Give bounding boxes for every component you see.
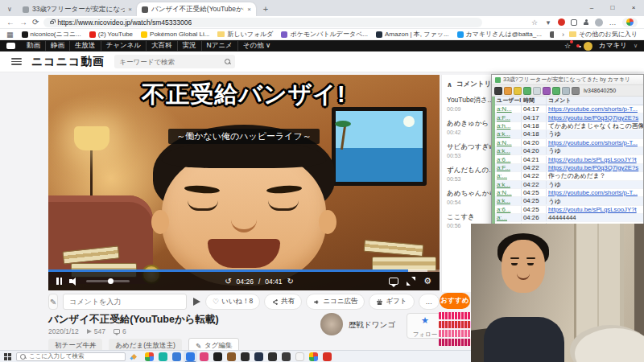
gear-icon[interactable]: ⚙: [423, 277, 431, 286]
comment-toggle-icon[interactable]: [389, 278, 398, 285]
comment-user-id[interactable]: a:...: [495, 214, 522, 221]
nicoad-button[interactable]: ニコニ広告: [306, 294, 365, 310]
volume-slider[interactable]: [86, 280, 130, 282]
theater-mode-icon[interactable]: [407, 277, 415, 286]
bookmark-item[interactable]: カマキリさんは@batta_...: [457, 30, 542, 39]
red-app[interactable]: [320, 351, 334, 362]
taskbar-search[interactable]: ここに入力して検索: [16, 352, 126, 361]
comment-user-id[interactable]: a:6...: [495, 156, 522, 163]
chevron-down-icon[interactable]: ∨: [634, 43, 638, 49]
video-player[interactable]: 不正受給バンザイ! ～働かない俺のハッピーライフ～ ↺ 04:26 / 04:4…: [48, 75, 440, 290]
comment-user-id[interactable]: a:F...: [495, 114, 522, 121]
extension-icon[interactable]: [558, 19, 565, 26]
comment-text[interactable]: https://youtu.be/sPLqsLsooJY?t: [547, 156, 643, 163]
pause-button[interactable]: [56, 278, 62, 285]
edge-browser[interactable]: [184, 351, 197, 362]
comment-list-item[interactable]: あめきゅから00:42: [447, 119, 493, 135]
comment-text[interactable]: https://youtu.be/sPLqsLsooJY?t: [547, 206, 643, 213]
user-name[interactable]: カマキリ: [599, 41, 627, 51]
connect-icon[interactable]: [494, 87, 502, 95]
nico-nav-item[interactable]: 静画: [45, 41, 69, 51]
hamburger-menu-icon[interactable]: [11, 58, 22, 65]
tab-close-icon[interactable]: ×: [247, 6, 251, 13]
like-button[interactable]: ♡いいね！8: [205, 294, 260, 310]
light-app[interactable]: [293, 351, 307, 362]
speaker-icon[interactable]: [514, 87, 522, 95]
comment-text[interactable]: https://youtube.com/shorts/p-T...: [547, 139, 643, 146]
nico-nav-item[interactable]: その他 ∨: [237, 41, 275, 51]
user-icon[interactable]: [552, 87, 560, 95]
comment-user-id[interactable]: a:k...: [495, 147, 522, 154]
comment-user-id[interactable]: a:F...: [495, 164, 522, 171]
apps-icon[interactable]: ▦: [6, 31, 14, 39]
nico-nav-item[interactable]: 生放送: [69, 41, 101, 51]
profile-chip[interactable]: [622, 18, 638, 27]
bookmark-item[interactable]: 新しいフォルダ: [217, 30, 273, 39]
bookmark-item[interactable]: ニコニコ生放送 (57...: [550, 30, 554, 39]
comment-text[interactable]: https://youtube.com/shorts/p-T...: [547, 189, 643, 196]
share-button[interactable]: 共有: [264, 294, 302, 310]
bookmark-item[interactable]: Pokémon Global Li...: [141, 31, 209, 38]
comment-user-id[interactable]: a:k...: [495, 197, 522, 204]
brown-app[interactable]: [225, 351, 238, 362]
comment-user-id[interactable]: a:6...: [495, 206, 522, 213]
nico-tv-icon[interactable]: [6, 43, 15, 49]
colorful-app[interactable]: [142, 351, 156, 362]
bookmarks-overflow-icon[interactable]: ›: [562, 31, 564, 39]
minimize-button[interactable]: –: [581, 0, 602, 14]
black-app[interactable]: [211, 351, 225, 362]
table-row[interactable]: a:k...04:22うゆ: [495, 181, 643, 189]
dark-app-3[interactable]: [279, 351, 293, 362]
forward-10-icon[interactable]: ↻: [287, 277, 294, 286]
comment-list-item[interactable]: YouTube消さ...00:09: [447, 96, 493, 112]
forward-icon[interactable]: →: [19, 19, 27, 27]
uploader-name[interactable]: 歴戦ドワンゴ: [349, 320, 395, 331]
comment-user-id[interactable]: a:N...: [495, 105, 522, 113]
comment-art-button[interactable]: ✎: [48, 294, 58, 310]
nico-logo[interactable]: ニコニコ動画: [31, 55, 105, 69]
comment-text[interactable]: https://youtu.be/P0q3Q7Igy2E?s: [547, 114, 643, 121]
volume-icon[interactable]: [69, 277, 79, 286]
comment-user-id[interactable]: a:...: [495, 172, 522, 179]
column-header-comment[interactable]: コメント: [547, 97, 643, 105]
comment-user-id[interactable]: a:h...: [495, 122, 522, 130]
nico-nav-item[interactable]: Nアニメ: [201, 41, 237, 51]
search-icon[interactable]: [225, 59, 230, 64]
comment-user-id[interactable]: a:N...: [495, 189, 522, 196]
search-box[interactable]: [114, 55, 235, 68]
viewer-title-bar[interactable]: 33歳?フリーターが安定になってきた by カマキリ: [492, 75, 643, 85]
favorite-star-icon[interactable]: ☆: [530, 19, 539, 27]
maximize-button[interactable]: □: [602, 0, 623, 14]
favorites-star-icon[interactable]: ☆: [564, 42, 571, 50]
recommend-button[interactable]: おすすめ: [440, 293, 470, 309]
column-header-userid[interactable]: ユーザーID: [495, 97, 522, 105]
user-avatar[interactable]: [584, 42, 592, 51]
nico-nav-item[interactable]: 動画: [22, 41, 45, 51]
rewind-10-icon[interactable]: ↺: [225, 277, 231, 286]
comment-list-item[interactable]: サビあつすぎw00:53: [447, 142, 493, 158]
alert-icon[interactable]: [504, 87, 512, 95]
bookmark-item[interactable]: Amazon | 本, ファッ...: [376, 30, 449, 39]
table-row[interactable]: a:...04:2644444444: [495, 214, 643, 222]
nico-nav-item[interactable]: 実況: [177, 41, 201, 51]
refresh-icon[interactable]: ⟳: [32, 19, 39, 27]
ngword-icon[interactable]: [543, 87, 551, 95]
split-screen-icon[interactable]: [571, 19, 577, 26]
close-button[interactable]: ×: [623, 0, 644, 14]
chrome-browser[interactable]: [307, 351, 320, 362]
browser-tab-inactive[interactable]: 33歳?フリーターが安定になってきた - 202... ×: [18, 2, 137, 16]
comment-input[interactable]: [63, 294, 187, 310]
stop-icon[interactable]: [572, 87, 580, 95]
blank-icon[interactable]: [533, 87, 541, 95]
navy-app[interactable]: [252, 351, 266, 362]
tab-close-icon[interactable]: ×: [128, 6, 132, 13]
mail-app[interactable]: [170, 351, 184, 362]
pink-app[interactable]: [197, 351, 211, 362]
comment-user-id[interactable]: a:k...: [495, 130, 522, 138]
play-icon[interactable]: [523, 87, 531, 95]
table-row[interactable]: a:6...04:25https://youtu.be/sPLqsLsooJY?…: [495, 206, 643, 214]
start-button[interactable]: [4, 353, 11, 360]
table-row[interactable]: a:N...04:17https://youtube.com/shorts/p-…: [495, 105, 643, 113]
address-bar[interactable]: https://www.nicovideo.jp/watch/sm4533300…: [43, 18, 482, 27]
comment-user-id[interactable]: a:N...: [495, 139, 522, 146]
